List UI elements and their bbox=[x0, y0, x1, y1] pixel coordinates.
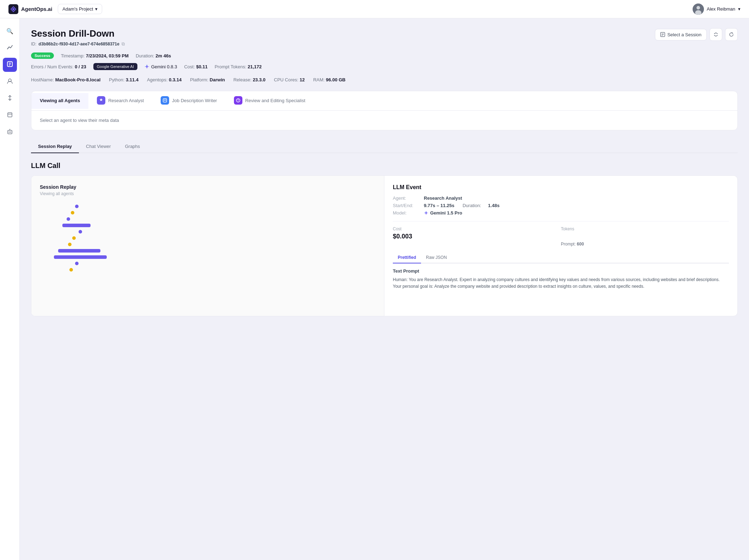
tab-viewing-all[interactable]: Viewing all Agents bbox=[31, 93, 88, 109]
timeline-bar bbox=[58, 249, 100, 253]
tab-review-editing[interactable]: Review and Editing Specialist bbox=[225, 91, 314, 110]
timeline-item bbox=[71, 211, 376, 214]
svg-marker-22 bbox=[144, 64, 149, 69]
sidebar-item-agents[interactable] bbox=[3, 75, 17, 89]
avatar bbox=[693, 4, 704, 15]
refresh-icon bbox=[729, 32, 734, 37]
errors-item: Errors / Num Events: 0 / 23 bbox=[31, 64, 86, 69]
provider-label: Google Generative AI bbox=[97, 64, 134, 69]
chart-icon bbox=[7, 44, 13, 52]
project-name: Adam's Project bbox=[62, 6, 93, 12]
prompt-tokens-item: Prompt Tokens: 21,172 bbox=[215, 64, 261, 69]
sidebar-item-chart[interactable] bbox=[3, 41, 17, 55]
user-menu[interactable]: Alex Reibman ▾ bbox=[693, 4, 741, 15]
session-tabs: Session Replay Chat Viewer Graphs bbox=[31, 140, 738, 153]
timeline-item bbox=[75, 262, 376, 265]
job-desc-icon bbox=[161, 96, 169, 105]
layout: 🔍 bbox=[0, 18, 749, 560]
sidebar-item-sessions[interactable] bbox=[3, 58, 17, 72]
page-title: Session Drill-Down bbox=[31, 28, 125, 39]
svg-point-15 bbox=[10, 132, 11, 133]
tab-research-analyst[interactable]: Research Analyst bbox=[88, 91, 152, 110]
cpu-item: CPU Cores: 12 bbox=[274, 77, 305, 82]
bot-icon bbox=[7, 129, 13, 136]
timeline-item bbox=[69, 268, 376, 272]
agent-card: Viewing all Agents Research Analyst Job … bbox=[31, 91, 738, 130]
page-header: Session Drill-Down ID: d3b86b2c-f930-4d1… bbox=[31, 28, 738, 47]
llm-call-container: Session Replay Viewing all agents bbox=[31, 175, 738, 316]
main-content: Session Drill-Down ID: d3b86b2c-f930-4d1… bbox=[20, 18, 749, 560]
session-icon bbox=[660, 32, 665, 37]
timeline-bar bbox=[54, 255, 107, 259]
text-prompt-label: Text Prompt bbox=[393, 268, 729, 274]
start-end-value: 9.77s – 11.25s bbox=[424, 203, 454, 208]
agent-tabs: Viewing all Agents Research Analyst Job … bbox=[31, 91, 737, 111]
sidebar-item-bot[interactable] bbox=[3, 125, 17, 139]
hostname-item: HostName: MacBook-Pro-8.local bbox=[31, 77, 100, 82]
session-id-row: ID: d3b86b2c-f930-4d17-aee7-674e6858371e… bbox=[31, 41, 125, 47]
tab-graphs[interactable]: Graphs bbox=[118, 140, 147, 153]
logo-icon bbox=[8, 4, 18, 14]
cost-tokens-grid: Cost $0.003 Tokens Prompt: 600 bbox=[393, 221, 729, 247]
event-model-row: Model: Gemini 1.5 Pro bbox=[393, 210, 729, 216]
job-icon-svg bbox=[162, 98, 167, 103]
replay-panel-subtitle: Viewing all agents bbox=[40, 191, 376, 196]
tokens-col-label: Tokens bbox=[561, 226, 729, 231]
topnav: AgentOps.ai Adam's Project ▾ Alex Reibma… bbox=[0, 0, 749, 18]
timeline-dot bbox=[69, 268, 73, 272]
tab-job-description-writer[interactable]: Job Description Writer bbox=[152, 91, 225, 110]
svg-marker-29 bbox=[424, 211, 428, 215]
svg-point-14 bbox=[8, 132, 10, 133]
agentops-item: Agentops: 0.3.14 bbox=[147, 77, 181, 82]
collapse-button[interactable] bbox=[710, 28, 722, 41]
sidebar-item-traces[interactable] bbox=[3, 92, 17, 106]
sidebar-item-packages[interactable] bbox=[3, 108, 17, 123]
duration-item: Duration: 2m 46s bbox=[136, 53, 171, 58]
timeline-item bbox=[79, 230, 376, 234]
research-analyst-label: Research Analyst bbox=[108, 98, 144, 103]
meta-row-1: Success Timestamp: 7/23/2024, 03:59 PM D… bbox=[31, 52, 738, 59]
page-title-block: Session Drill-Down ID: d3b86b2c-f930-4d1… bbox=[31, 28, 125, 47]
gemini-event-icon bbox=[424, 211, 428, 215]
review-editing-specialist-label: Review and Editing Specialist bbox=[245, 98, 305, 103]
svg-rect-13 bbox=[8, 130, 12, 134]
svg-point-28 bbox=[238, 101, 239, 102]
viewing-all-label: Viewing all Agents bbox=[40, 98, 80, 103]
tab-raw-json[interactable]: Raw JSON bbox=[421, 252, 452, 263]
event-model-name: Gemini 1.5 Pro bbox=[430, 210, 462, 216]
select-session-button[interactable]: Select a Session bbox=[655, 29, 707, 41]
tab-chat-viewer[interactable]: Chat Viewer bbox=[79, 140, 118, 153]
review-edit-icon bbox=[234, 96, 242, 105]
event-model: Gemini 1.5 Pro bbox=[424, 210, 462, 216]
ram-item: RAM: 96.00 GB bbox=[313, 77, 346, 82]
agent-name: Research Analyst bbox=[424, 195, 462, 201]
python-item: Python: 3.11.4 bbox=[109, 77, 138, 82]
agent-meta-content: Select an agent to view their meta data bbox=[31, 111, 737, 130]
sidebar-item-search[interactable]: 🔍 bbox=[3, 24, 17, 38]
research-icon-svg bbox=[99, 98, 104, 103]
svg-point-1 bbox=[12, 8, 14, 10]
svg-point-3 bbox=[697, 6, 700, 10]
refresh-button[interactable] bbox=[725, 28, 738, 41]
svg-rect-11 bbox=[8, 113, 12, 117]
review-icon-svg bbox=[236, 98, 241, 103]
timeline-item bbox=[58, 249, 376, 253]
release-item: Release: 23.3.0 bbox=[233, 77, 265, 82]
timeline-item bbox=[75, 205, 376, 208]
traces-icon bbox=[7, 95, 13, 102]
tab-prettified[interactable]: Prettified bbox=[393, 252, 421, 263]
cost-col: Cost $0.003 bbox=[393, 226, 561, 247]
job-description-writer-label: Job Description Writer bbox=[172, 98, 217, 103]
agents-icon bbox=[7, 78, 13, 86]
replay-panel-title: Session Replay bbox=[40, 184, 376, 190]
logo: AgentOps.ai bbox=[8, 4, 52, 14]
project-selector[interactable]: Adam's Project ▾ bbox=[58, 4, 102, 14]
duration-label: Duration: bbox=[463, 203, 481, 208]
copy-id-button[interactable]: ⧉ bbox=[122, 41, 125, 47]
timeline-item bbox=[62, 224, 376, 227]
meta-row-2: Errors / Num Events: 0 / 23 Google Gener… bbox=[31, 63, 738, 70]
svg-point-17 bbox=[10, 129, 10, 130]
timeline-item bbox=[54, 255, 376, 259]
session-id-value: d3b86b2c-f930-4d17-aee7-674e6858371e bbox=[38, 42, 119, 46]
tab-session-replay[interactable]: Session Replay bbox=[31, 140, 79, 153]
